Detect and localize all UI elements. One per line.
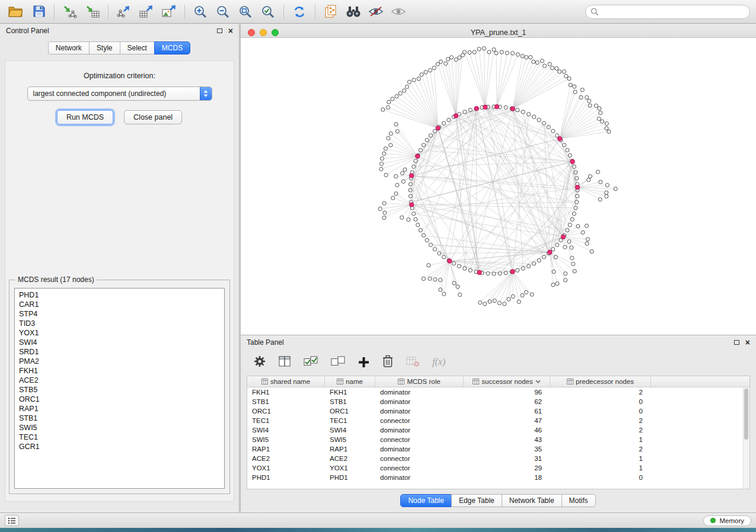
network-node[interactable] [558,70,562,73]
network-node[interactable] [563,278,567,282]
network-node[interactable] [439,288,442,291]
mcds-hub-node[interactable] [409,174,413,178]
cell-name[interactable]: PHD1 [325,473,375,482]
mcds-result-item[interactable]: CAR1 [15,300,224,309]
cell-successor-nodes[interactable]: 18 [464,473,550,482]
mcds-result-item[interactable]: STB1 [15,414,224,423]
network-node[interactable] [605,184,609,187]
network-titlebar[interactable]: YPA_prune.txt_1 [241,27,756,38]
network-node[interactable] [598,107,601,110]
network-node[interactable] [403,89,406,92]
network-node[interactable] [400,216,404,219]
table-row[interactable]: SWI5 SWI5 connector 43 1 [247,435,749,444]
network-node[interactable] [573,270,576,273]
network-node[interactable] [564,74,568,78]
network-node[interactable] [417,77,420,81]
network-node[interactable] [524,290,528,294]
network-node[interactable] [614,187,617,191]
network-node[interactable] [552,270,556,274]
network-node[interactable] [389,143,393,147]
mcds-hub-node[interactable] [511,270,515,274]
cell-shared-name[interactable]: STB1 [247,397,325,406]
cell-predecessor-nodes[interactable]: 2 [550,416,651,425]
network-node[interactable] [580,88,584,92]
network-node[interactable] [433,278,437,281]
cell-successor-nodes[interactable]: 35 [464,444,550,454]
network-node[interactable] [477,47,481,51]
window-close-button[interactable] [248,29,255,36]
cell-successor-nodes[interactable]: 29 [464,463,550,473]
network-node[interactable] [566,148,569,152]
network-node[interactable] [433,129,436,133]
network-node[interactable] [551,129,555,133]
cell-predecessor-nodes[interactable]: 1 [550,435,651,444]
network-node[interactable] [409,188,412,192]
network-node[interactable] [381,108,385,111]
cell-name[interactable]: RAP1 [325,444,375,454]
network-node[interactable] [585,242,589,245]
network-node[interactable] [504,105,508,109]
table-row[interactable]: RAP1 RAP1 dominator 35 2 [247,444,749,454]
network-node[interactable] [395,95,398,98]
network-node[interactable] [482,47,486,50]
column-header-name[interactable]: name [325,376,375,387]
table-row[interactable]: ACE2 ACE2 connector 31 1 [247,454,749,463]
cell-successor-nodes[interactable]: 62 [464,397,550,406]
network-node[interactable] [422,143,425,147]
network-node[interactable] [458,56,461,59]
network-node[interactable] [409,182,412,186]
network-node[interactable] [569,83,572,86]
import-network-button[interactable] [60,2,80,21]
mcds-result-item[interactable]: RAP1 [15,404,224,414]
network-canvas[interactable] [241,38,756,335]
network-node[interactable] [446,57,450,61]
network-node[interactable] [449,56,453,59]
network-node[interactable] [588,175,592,178]
network-node[interactable] [442,121,445,125]
network-node[interactable] [457,264,461,268]
network-node[interactable] [567,77,571,81]
network-node[interactable] [516,268,519,272]
network-node[interactable] [462,50,466,54]
network-node[interactable] [581,230,585,234]
cell-predecessor-nodes[interactable]: 2 [550,444,651,454]
mcds-result-item[interactable]: STP4 [15,309,224,319]
network-node[interactable] [562,70,566,73]
network-node[interactable] [492,48,496,52]
network-node[interactable] [433,248,436,251]
float-table-panel-icon[interactable] [734,340,739,345]
cell-name[interactable]: SWI4 [325,425,375,435]
cell-name[interactable]: TEC1 [325,416,375,425]
network-node[interactable] [495,52,498,55]
cell-mcds-role[interactable]: connector [375,416,464,425]
cell-predecessor-nodes[interactable]: 0 [550,397,651,406]
network-node[interactable] [479,301,482,305]
network-node[interactable] [439,60,442,63]
network-node[interactable] [407,218,410,222]
network-node[interactable] [601,120,604,123]
network-node[interactable] [384,147,387,150]
unselect-all-columns-button[interactable] [331,356,345,368]
tab-network[interactable]: Network [48,41,90,55]
network-node[interactable] [563,245,567,249]
network-node[interactable] [422,277,425,280]
cell-successor-nodes[interactable]: 61 [464,406,550,416]
network-node[interactable] [414,159,417,163]
mcds-hub-node[interactable] [511,107,515,111]
network-node[interactable] [436,62,439,66]
network-node[interactable] [463,110,467,114]
network-node[interactable] [605,127,608,130]
network-node[interactable] [493,299,496,303]
cell-predecessor-nodes[interactable]: 1 [550,463,651,473]
window-minimize-button[interactable] [260,29,267,36]
network-node[interactable] [505,51,509,55]
cell-shared-name[interactable]: RAP1 [247,444,325,454]
cell-shared-name[interactable]: PHD1 [247,473,325,482]
tab-network-table[interactable]: Network Table [502,494,562,507]
export-network-button[interactable] [114,2,134,21]
table-scrollbar-thumb[interactable] [744,389,748,440]
network-node[interactable] [419,148,422,152]
network-node[interactable] [394,123,398,126]
network-node[interactable] [554,255,557,259]
network-node[interactable] [529,56,532,59]
